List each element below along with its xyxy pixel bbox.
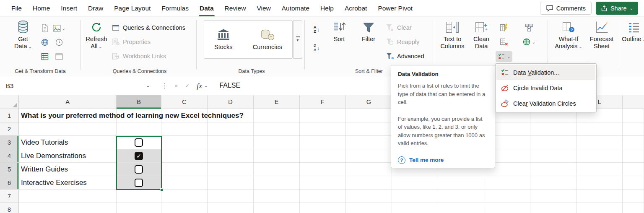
cell[interactable] <box>438 190 484 203</box>
checkbox-live-demonstrations[interactable] <box>135 152 143 160</box>
cell-A4[interactable]: Live Demonstrations <box>19 149 117 163</box>
cell[interactable] <box>254 149 300 163</box>
column-header-F[interactable]: F <box>300 95 346 109</box>
cell[interactable] <box>300 176 346 190</box>
column-header-A[interactable]: A <box>19 95 117 109</box>
tab-power-pivot[interactable]: Power Pivot <box>372 0 418 16</box>
reapply-filter-button[interactable]: Reapply <box>386 37 424 47</box>
column-header-E[interactable]: E <box>254 95 300 109</box>
currencies-button[interactable]: Currencies <box>253 29 282 50</box>
tab-acrobat[interactable]: Acrobat <box>339 0 372 16</box>
data-model-button[interactable]: ⌄ <box>522 37 535 47</box>
forecast-sheet-button[interactable]: Forecast Sheet <box>587 19 616 50</box>
checkbox-interactive-exercises[interactable] <box>135 179 143 187</box>
queries-connections-button[interactable]: Queries & Connections <box>112 23 185 33</box>
recent-sources-button[interactable] <box>55 37 63 47</box>
from-web-button[interactable] <box>41 37 49 47</box>
cell[interactable] <box>576 163 623 176</box>
cell[interactable] <box>484 190 530 203</box>
cell-A8[interactable] <box>19 203 117 213</box>
stocks-button[interactable]: Stocks <box>214 29 233 50</box>
cell[interactable] <box>346 190 392 203</box>
row-header-6[interactable]: 6 <box>0 176 19 190</box>
column-header-C[interactable]: C <box>161 95 208 109</box>
tab-draw[interactable]: Draw <box>83 0 109 16</box>
cell[interactable] <box>346 149 392 163</box>
cell[interactable] <box>576 203 623 213</box>
cell[interactable] <box>161 149 208 163</box>
insert-function-button[interactable]: fx ⌄ <box>197 81 208 90</box>
cell-B7[interactable] <box>117 190 161 203</box>
cell[interactable] <box>208 122 254 136</box>
row-header-7[interactable]: 7 <box>0 190 19 203</box>
cell[interactable] <box>208 149 254 163</box>
row-header-4[interactable]: 4 <box>0 149 19 163</box>
remove-duplicates-button[interactable] <box>496 37 512 47</box>
tab-data[interactable]: Data <box>194 0 219 16</box>
text-to-columns-button[interactable]: Text to Columns <box>436 19 469 50</box>
sort-descending-button[interactable]: ZA ↓ <box>309 40 324 55</box>
cell[interactable] <box>300 163 346 176</box>
sort-button[interactable]: Sort <box>327 19 351 43</box>
tab-automate[interactable]: Automate <box>276 0 315 16</box>
column-header-G[interactable]: G <box>346 95 392 109</box>
clear-filter-button[interactable]: Clear <box>386 23 424 33</box>
from-picture-button[interactable]: ⌄ <box>53 23 65 33</box>
cell[interactable] <box>254 122 300 136</box>
cell[interactable] <box>392 203 438 213</box>
cell[interactable] <box>576 176 623 190</box>
cell[interactable] <box>438 176 484 190</box>
properties-button[interactable]: Properties <box>112 37 185 47</box>
row-header-1[interactable]: 1 <box>0 109 19 122</box>
tab-insert[interactable]: Insert <box>55 0 83 16</box>
formula-bar-value[interactable]: FALSE <box>219 82 240 89</box>
checkbox-written-guides[interactable] <box>135 165 143 174</box>
cell-B5[interactable] <box>117 163 161 176</box>
select-all-corner[interactable] <box>0 95 19 109</box>
cell-B8[interactable] <box>117 203 161 213</box>
workbook-links-button[interactable]: Workbook Links <box>112 51 185 61</box>
get-data-button[interactable]: Get Data⌄ <box>10 19 36 50</box>
from-text-csv-button[interactable] <box>41 23 49 33</box>
cell[interactable] <box>438 203 484 213</box>
cell[interactable] <box>392 190 438 203</box>
tab-file[interactable]: File <box>6 0 27 16</box>
cell[interactable] <box>346 122 392 136</box>
tab-help[interactable]: Help <box>315 0 339 16</box>
row-header-5[interactable]: 5 <box>0 163 19 176</box>
filter-button[interactable]: Filter <box>356 19 381 43</box>
share-button[interactable]: Share ⌄ <box>596 2 638 15</box>
cell[interactable] <box>300 136 346 149</box>
cell[interactable] <box>300 203 346 213</box>
cell[interactable] <box>300 149 346 163</box>
cell-A7[interactable] <box>19 190 117 203</box>
clean-data-button[interactable]: Clean Data <box>469 19 494 50</box>
cell-B2[interactable] <box>117 122 161 136</box>
advanced-filter-button[interactable]: Advanced <box>386 51 424 61</box>
data-validation-button[interactable]: ⌄ <box>496 51 512 62</box>
tab-page-layout[interactable]: Page Layout <box>109 0 156 16</box>
data-types-gallery-more-button[interactable]: ▾ <box>293 20 302 59</box>
cell[interactable] <box>576 190 623 203</box>
cell[interactable] <box>161 122 208 136</box>
cell-B3[interactable] <box>117 136 161 149</box>
cell[interactable] <box>254 163 300 176</box>
row-header-3[interactable]: 3 <box>0 136 19 149</box>
cell[interactable] <box>208 176 254 190</box>
sort-ascending-button[interactable]: AZ ↓ <box>309 22 324 37</box>
flash-fill-button[interactable] <box>496 23 512 33</box>
tab-formulas[interactable]: Formulas <box>156 0 194 16</box>
cell[interactable] <box>484 176 530 190</box>
cell[interactable] <box>484 203 530 213</box>
name-box-chevron-icon[interactable]: ⌄ <box>146 83 150 88</box>
cell[interactable] <box>300 190 346 203</box>
comments-button[interactable]: Comments <box>540 2 592 15</box>
cell[interactable] <box>530 122 576 136</box>
enter-icon[interactable]: ✓ <box>185 82 190 89</box>
cell[interactable] <box>530 176 576 190</box>
what-if-analysis-button[interactable]: ? What-If Analysis⌄ <box>551 19 586 50</box>
cell[interactable] <box>254 203 300 213</box>
outline-button[interactable]: Outline⌄ <box>622 19 644 43</box>
name-box[interactable]: B3 ⌄ <box>0 76 156 95</box>
cell[interactable] <box>208 136 254 149</box>
